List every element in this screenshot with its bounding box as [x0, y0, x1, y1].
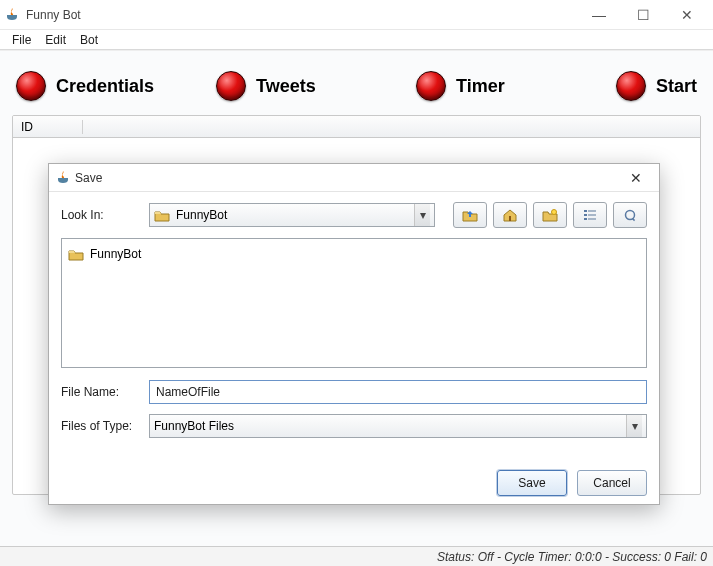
list-view-button[interactable]	[573, 202, 607, 228]
svg-rect-2	[584, 210, 587, 212]
cancel-button[interactable]: Cancel	[577, 470, 647, 496]
home-icon	[502, 208, 518, 222]
tab-label: Tweets	[256, 76, 316, 97]
new-folder-icon	[542, 208, 558, 222]
dialog-titlebar: Save ✕	[49, 164, 659, 192]
menubar: File Edit Bot	[0, 30, 713, 50]
save-button-label: Save	[518, 476, 545, 490]
maximize-button[interactable]: ☐	[621, 1, 665, 29]
content-area: Credentials Tweets Timer Start ID Save	[0, 50, 713, 546]
save-dialog: Save ✕ Look In: FunnyBot ▾	[48, 163, 660, 505]
look-in-value: FunnyBot	[176, 208, 227, 222]
folder-icon	[68, 248, 84, 261]
filetype-row: Files of Type: FunnyBot Files ▾	[61, 414, 647, 438]
folder-icon	[154, 209, 170, 222]
java-icon	[55, 170, 71, 186]
dialog-body: Look In: FunnyBot ▾	[49, 192, 659, 456]
status-orb-icon	[616, 71, 646, 101]
tab-label: Credentials	[56, 76, 154, 97]
filechooser-toolbar	[453, 202, 647, 228]
java-icon	[4, 7, 20, 23]
tab-start[interactable]: Start	[616, 71, 697, 101]
cancel-button-label: Cancel	[593, 476, 630, 490]
filetype-combo[interactable]: FunnyBot Files ▾	[149, 414, 647, 438]
save-button[interactable]: Save	[497, 470, 567, 496]
look-in-row: Look In: FunnyBot ▾	[61, 202, 647, 228]
menu-edit[interactable]: Edit	[39, 31, 72, 49]
look-in-combo[interactable]: FunnyBot ▾	[149, 203, 435, 227]
svg-point-1	[552, 210, 557, 215]
filetype-value: FunnyBot Files	[154, 419, 234, 433]
list-view-icon	[582, 208, 598, 222]
look-in-label: Look In:	[61, 208, 139, 222]
status-orb-icon	[216, 71, 246, 101]
dialog-title: Save	[75, 171, 102, 185]
list-item[interactable]: FunnyBot	[68, 245, 640, 263]
table-header: ID	[13, 116, 700, 138]
details-view-icon	[622, 208, 638, 222]
svg-rect-5	[588, 214, 596, 216]
svg-rect-3	[588, 210, 596, 212]
window-title: Funny Bot	[26, 8, 81, 22]
filename-input[interactable]	[149, 380, 647, 404]
up-one-level-button[interactable]	[453, 202, 487, 228]
filetype-label: Files of Type:	[61, 419, 139, 433]
tab-credentials[interactable]: Credentials	[16, 71, 210, 101]
details-view-button[interactable]	[613, 202, 647, 228]
tabs-row: Credentials Tweets Timer Start	[12, 65, 701, 115]
window-titlebar: Funny Bot — ☐ ✕	[0, 0, 713, 30]
file-list-pane[interactable]: FunnyBot	[61, 238, 647, 368]
chevron-down-icon: ▾	[414, 204, 430, 226]
home-button[interactable]	[493, 202, 527, 228]
svg-rect-7	[588, 218, 596, 220]
status-orb-icon	[416, 71, 446, 101]
menu-file[interactable]: File	[6, 31, 37, 49]
svg-point-8	[626, 211, 635, 220]
filename-row: File Name:	[61, 380, 647, 404]
tab-label: Start	[656, 76, 697, 97]
column-header-id[interactable]: ID	[13, 120, 83, 134]
dialog-button-row: Save Cancel	[49, 456, 659, 506]
status-orb-icon	[16, 71, 46, 101]
svg-rect-0	[509, 216, 511, 221]
minimize-button[interactable]: —	[577, 1, 621, 29]
filename-label: File Name:	[61, 385, 139, 399]
status-bar: Status: Off - Cycle Timer: 0:0:0 - Succe…	[0, 546, 713, 566]
status-text: Status: Off - Cycle Timer: 0:0:0 - Succe…	[437, 550, 707, 564]
chevron-down-icon: ▾	[626, 415, 642, 437]
new-folder-button[interactable]	[533, 202, 567, 228]
tab-label: Timer	[456, 76, 505, 97]
close-button[interactable]: ✕	[665, 1, 709, 29]
svg-rect-6	[584, 218, 587, 220]
up-folder-icon	[462, 208, 478, 222]
dialog-close-button[interactable]: ✕	[619, 167, 653, 189]
list-item-label: FunnyBot	[90, 247, 141, 261]
tab-timer[interactable]: Timer	[416, 71, 610, 101]
svg-rect-4	[584, 214, 587, 216]
menu-bot[interactable]: Bot	[74, 31, 104, 49]
tab-tweets[interactable]: Tweets	[216, 71, 410, 101]
